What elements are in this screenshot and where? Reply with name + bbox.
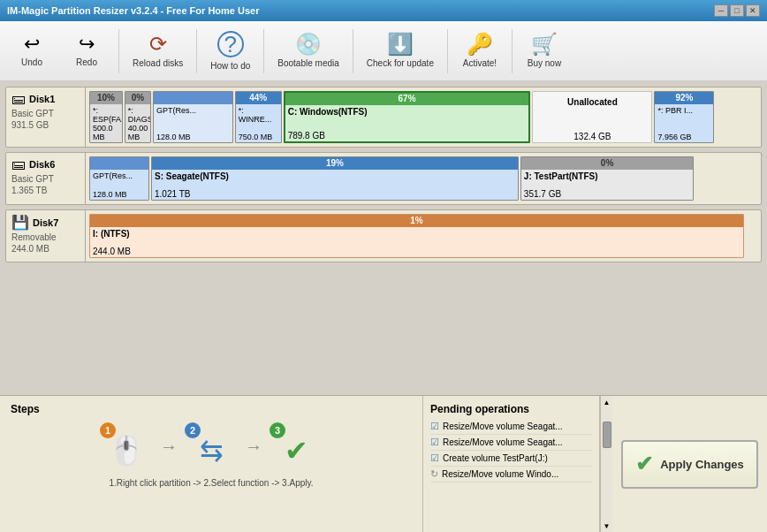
- pending-spin-4: ↻: [430, 468, 438, 480]
- redo-icon: ↪: [79, 34, 95, 54]
- apply-panel: ✔ Apply Changes: [612, 396, 767, 532]
- step1-img: 🖱️: [109, 434, 144, 467]
- disk1-part1-pct: 10%: [97, 93, 115, 103]
- minimize-button[interactable]: ─: [714, 4, 728, 17]
- disk6-part3-size: 351.7 GB: [524, 189, 691, 199]
- scrollbar-down-btn[interactable]: ▼: [601, 520, 613, 532]
- disk1-type: Basic GPT: [11, 109, 80, 118]
- disk6-part2-size: 1.021 TB: [155, 189, 515, 199]
- reload-button[interactable]: ⟳ Reload disks: [125, 26, 191, 77]
- disk1-part2-size: 40.00 MB: [128, 124, 148, 141]
- disk1-partition-unallocated[interactable]: Unallocated 132.4 GB: [532, 91, 652, 143]
- checkupdate-button[interactable]: ⬇️ Check for update: [359, 26, 442, 77]
- step2-icon: 2 ⇆: [185, 422, 238, 471]
- disk6-row: 🖴 Disk6 Basic GPT 1.365 TB GPT(Res... 12…: [5, 152, 762, 205]
- pending-scrollbar[interactable]: ▲ ▼: [600, 396, 612, 532]
- maximize-button[interactable]: □: [730, 4, 744, 17]
- step3-img: ✔: [285, 434, 308, 467]
- disk6-hdd-icon: 🖴: [11, 156, 26, 172]
- apply-changes-button[interactable]: ✔ Apply Changes: [621, 440, 758, 489]
- bottom-panel: Steps 1 🖱️ → 2 ⇆ → 3 ✔ 1.Right click par…: [0, 395, 767, 532]
- disk1-partition-esp[interactable]: 10% *: ESP(FA... 500.0 MB: [89, 91, 123, 143]
- step1-icon: 1 🖱️: [100, 422, 153, 471]
- disk7-part1-pct: 1%: [410, 216, 422, 225]
- disk1-part6-size: 132.4 GB: [535, 132, 649, 141]
- disk7-row: 💾 Disk7 Removable 244.0 MB 1% I: (NTFS) …: [5, 209, 762, 262]
- disk1-partitions: 10% *: ESP(FA... 500.0 MB 0% *: DIAGS...…: [86, 87, 761, 147]
- disk1-part7-name: *: PBR I...: [657, 106, 710, 115]
- step2-number: 2: [185, 422, 201, 438]
- disk1-label: Disk1: [29, 94, 55, 104]
- disk6-type: Basic GPT: [11, 174, 80, 184]
- pending-item-4: ↻ Resize/Move volume Windo...: [430, 467, 592, 483]
- disk6-partition-testpart[interactable]: 0% J: TestPart(NTFS) 351.7 GB: [520, 156, 695, 201]
- redo-button[interactable]: ↪ Redo: [60, 26, 113, 77]
- pending-text-2: Resize/Move volume Seagat...: [443, 437, 563, 447]
- redo-label: Redo: [76, 57, 97, 67]
- toolbar: ↩ Undo ↪ Redo ⟳ Reload disks ? How to do…: [0, 21, 767, 81]
- disk6-partition-seagate[interactable]: 19% S: Seagate(NTFS) 1.021 TB: [151, 156, 519, 201]
- bootable-button[interactable]: 💿 Bootable media: [270, 26, 347, 77]
- howto-button[interactable]: ? How to do: [202, 26, 258, 77]
- undo-icon: ↩: [24, 34, 40, 54]
- steps-visual: 1 🖱️ → 2 ⇆ → 3 ✔: [11, 422, 412, 471]
- activate-button[interactable]: 🔑 Activate!: [453, 26, 506, 77]
- disk-area: 🖴 Disk1 Basic GPT 931.5 GB 10% *: ESP(FA…: [0, 81, 767, 395]
- window-title: IM-Magic Partition Resizer v3.2.4 - Free…: [7, 5, 259, 16]
- pending-item-3: ☑ Create volume TestPart(J:): [430, 451, 592, 467]
- pending-check-1: ☑: [430, 421, 439, 432]
- step1-number: 1: [100, 422, 116, 438]
- undo-button[interactable]: ↩ Undo: [5, 26, 58, 77]
- howto-label: How to do: [210, 61, 250, 71]
- toolbar-separator-2: [196, 29, 197, 73]
- toolbar-separator-3: [263, 29, 264, 73]
- undo-label: Undo: [21, 57, 42, 67]
- steps-description: 1.Right click partition -> 2.Select func…: [11, 478, 412, 488]
- disk1-partition-pbr[interactable]: 92% *: PBR I... 7.956 GB: [654, 91, 714, 143]
- disk1-size: 931.5 GB: [11, 120, 80, 130]
- disk1-part1-size: 500.0 MB: [93, 124, 119, 141]
- reload-icon: ⟳: [149, 34, 167, 55]
- disk7-partition-ntfs[interactable]: 1% I: (NTFS) 244.0 MB: [89, 214, 744, 258]
- disk7-size: 244.0 MB: [11, 244, 80, 254]
- disk1-part2-name: *: DIAGS...: [128, 106, 148, 124]
- toolbar-separator-5: [447, 29, 448, 73]
- scrollbar-thumb[interactable]: [603, 422, 611, 448]
- disk7-partitions: 1% I: (NTFS) 244.0 MB: [86, 210, 761, 262]
- buynow-button[interactable]: 🛒 Buy now: [518, 26, 571, 77]
- apply-check-icon: ✔: [635, 452, 653, 476]
- disk1-part7-size: 7.956 GB: [657, 133, 710, 141]
- close-button[interactable]: ✕: [746, 4, 760, 17]
- disk6-size: 1.365 TB: [11, 186, 80, 195]
- pending-item-2: ☑ Resize/Move volume Seagat...: [430, 435, 592, 451]
- toolbar-separator-6: [512, 29, 513, 73]
- disk6-part2-name: S: Seagate(NTFS): [155, 171, 515, 181]
- scrollbar-up-btn[interactable]: ▲: [601, 396, 613, 408]
- disk6-part3-name: J: TestPart(NTFS): [524, 171, 691, 181]
- disk1-partition-winre[interactable]: 44% *: WINRE... 750.0 MB: [235, 91, 282, 143]
- disk6-partition-gpt[interactable]: GPT(Res... 128.0 MB: [89, 156, 149, 201]
- pending-text-4: Resize/Move volume Windo...: [442, 469, 558, 479]
- disk6-label: Disk6: [29, 159, 55, 170]
- disk6-part2-pct: 19%: [326, 158, 344, 168]
- reload-label: Reload disks: [133, 58, 183, 68]
- apply-label: Apply Changes: [660, 458, 744, 471]
- step3-number: 3: [270, 422, 285, 438]
- disk6-part1-size: 128.0 MB: [93, 190, 146, 199]
- disk1-partition-gpt[interactable]: GPT(Res... 128.0 MB: [153, 91, 233, 143]
- disk1-part2-pct: 0%: [132, 93, 144, 103]
- disk1-partition-windows[interactable]: 67% C: Windows(NTFS) 789.8 GB: [284, 91, 531, 143]
- disk7-part1-name: I: (NTFS): [93, 229, 740, 239]
- steps-title: Steps: [11, 403, 412, 415]
- disk6-part1-name: GPT(Res...: [93, 171, 146, 180]
- bootable-icon: 💿: [295, 34, 322, 55]
- disk6-partitions: GPT(Res... 128.0 MB 19% S: Seagate(NTFS)…: [86, 153, 761, 204]
- disk1-row: 🖴 Disk1 Basic GPT 931.5 GB 10% *: ESP(FA…: [5, 87, 762, 148]
- pending-check-3: ☑: [430, 452, 439, 464]
- disk7-removable-icon: 💾: [11, 214, 29, 231]
- disk1-partition-diags[interactable]: 0% *: DIAGS... 40.00 MB: [125, 91, 151, 143]
- disk7-info: 💾 Disk7 Removable 244.0 MB: [6, 210, 86, 262]
- activate-label: Activate!: [463, 58, 497, 68]
- pending-panel: Pending operations ☑ Resize/Move volume …: [423, 396, 600, 532]
- disk1-info: 🖴 Disk1 Basic GPT 931.5 GB: [6, 87, 86, 147]
